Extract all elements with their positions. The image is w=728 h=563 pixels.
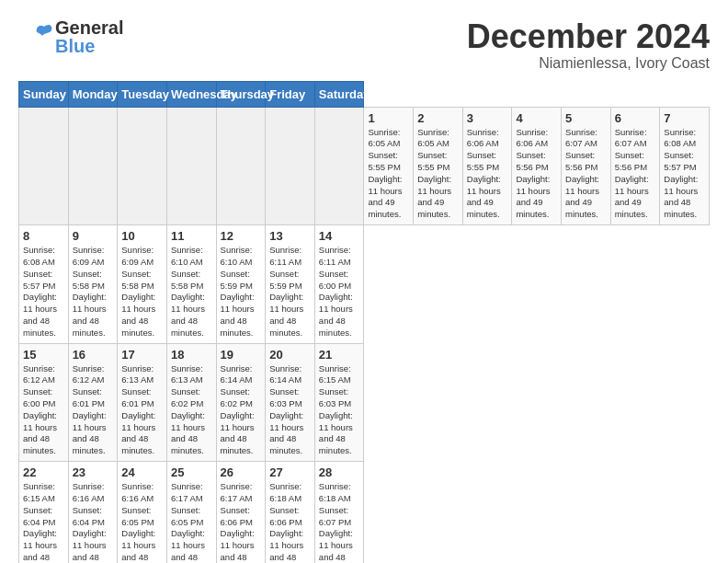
month-title: December 2024 bbox=[467, 18, 710, 55]
calendar-day-21: 21Sunrise: 6:15 AMSunset: 6:03 PMDayligh… bbox=[314, 343, 364, 462]
title-area: December 2024 Niamienlessa, Ivory Coast bbox=[467, 18, 710, 72]
calendar-week-1: 1Sunrise: 6:05 AMSunset: 5:55 PMDaylight… bbox=[19, 107, 710, 225]
calendar-day-2: 2Sunrise: 6:05 AMSunset: 5:55 PMDaylight… bbox=[414, 107, 463, 225]
calendar-day-17: 17Sunrise: 6:13 AMSunset: 6:01 PMDayligh… bbox=[118, 343, 167, 462]
calendar-day-14: 14Sunrise: 6:11 AMSunset: 6:00 PMDayligh… bbox=[314, 225, 364, 344]
calendar-day-empty bbox=[68, 107, 118, 225]
calendar-day-4: 4Sunrise: 6:06 AMSunset: 5:56 PMDaylight… bbox=[512, 107, 562, 225]
location-subtitle: Niamienlessa, Ivory Coast bbox=[467, 55, 710, 72]
calendar-day-12: 12Sunrise: 6:10 AMSunset: 5:59 PMDayligh… bbox=[216, 225, 266, 344]
weekday-header-tuesday: Tuesday bbox=[118, 81, 167, 107]
calendar-day-empty bbox=[166, 107, 216, 225]
weekday-header-row: SundayMondayTuesdayWednesdayThursdayFrid… bbox=[19, 81, 710, 107]
calendar-day-3: 3Sunrise: 6:06 AMSunset: 5:55 PMDaylight… bbox=[462, 107, 512, 225]
calendar-day-11: 11Sunrise: 6:10 AMSunset: 5:58 PMDayligh… bbox=[166, 225, 216, 344]
calendar-day-empty bbox=[19, 107, 69, 225]
calendar-day-13: 13Sunrise: 6:11 AMSunset: 5:59 PMDayligh… bbox=[266, 225, 315, 344]
calendar-week-3: 15Sunrise: 6:12 AMSunset: 6:00 PMDayligh… bbox=[19, 343, 710, 462]
calendar-day-18: 18Sunrise: 6:13 AMSunset: 6:02 PMDayligh… bbox=[166, 343, 216, 462]
calendar-day-empty bbox=[314, 107, 364, 225]
calendar-day-22: 22Sunrise: 6:15 AMSunset: 6:04 PMDayligh… bbox=[19, 462, 69, 563]
weekday-header-friday: Friday bbox=[266, 81, 315, 107]
calendar-day-16: 16Sunrise: 6:12 AMSunset: 6:01 PMDayligh… bbox=[68, 343, 118, 462]
calendar-day-27: 27Sunrise: 6:18 AMSunset: 6:06 PMDayligh… bbox=[266, 462, 315, 563]
calendar-day-1: 1Sunrise: 6:05 AMSunset: 5:55 PMDaylight… bbox=[364, 107, 414, 225]
calendar-day-24: 24Sunrise: 6:16 AMSunset: 6:05 PMDayligh… bbox=[118, 462, 167, 563]
weekday-header-thursday: Thursday bbox=[216, 81, 266, 107]
logo-blue: Blue bbox=[55, 37, 123, 55]
calendar-day-7: 7Sunrise: 6:08 AMSunset: 5:57 PMDaylight… bbox=[660, 107, 710, 225]
calendar-day-8: 8Sunrise: 6:08 AMSunset: 5:57 PMDaylight… bbox=[19, 225, 69, 344]
calendar-day-19: 19Sunrise: 6:14 AMSunset: 6:02 PMDayligh… bbox=[216, 343, 266, 462]
calendar-day-5: 5Sunrise: 6:07 AMSunset: 5:56 PMDaylight… bbox=[562, 107, 611, 225]
calendar-day-9: 9Sunrise: 6:09 AMSunset: 5:58 PMDaylight… bbox=[68, 225, 118, 344]
calendar-day-25: 25Sunrise: 6:17 AMSunset: 6:05 PMDayligh… bbox=[166, 462, 216, 563]
logo-icon bbox=[18, 19, 53, 54]
calendar-day-empty bbox=[266, 107, 315, 225]
calendar-day-23: 23Sunrise: 6:16 AMSunset: 6:04 PMDayligh… bbox=[68, 462, 118, 563]
weekday-header-saturday: Saturday bbox=[314, 81, 364, 107]
page-header: General Blue December 2024 Niamienlessa,… bbox=[18, 18, 710, 72]
calendar-day-15: 15Sunrise: 6:12 AMSunset: 6:00 PMDayligh… bbox=[19, 343, 69, 462]
weekday-header-sunday: Sunday bbox=[19, 81, 69, 107]
calendar-week-4: 22Sunrise: 6:15 AMSunset: 6:04 PMDayligh… bbox=[19, 462, 710, 563]
logo-general: General bbox=[55, 18, 123, 37]
calendar-week-2: 8Sunrise: 6:08 AMSunset: 5:57 PMDaylight… bbox=[19, 225, 710, 344]
calendar-day-26: 26Sunrise: 6:17 AMSunset: 6:06 PMDayligh… bbox=[216, 462, 266, 563]
weekday-header-wednesday: Wednesday bbox=[166, 81, 216, 107]
calendar-day-10: 10Sunrise: 6:09 AMSunset: 5:58 PMDayligh… bbox=[118, 225, 167, 344]
calendar-day-6: 6Sunrise: 6:07 AMSunset: 5:56 PMDaylight… bbox=[610, 107, 660, 225]
calendar-day-empty bbox=[216, 107, 266, 225]
weekday-header-monday: Monday bbox=[68, 81, 118, 107]
calendar-day-28: 28Sunrise: 6:18 AMSunset: 6:07 PMDayligh… bbox=[314, 462, 364, 563]
logo: General Blue bbox=[18, 18, 123, 55]
calendar-table: SundayMondayTuesdayWednesdayThursdayFrid… bbox=[18, 81, 710, 563]
calendar-day-20: 20Sunrise: 6:14 AMSunset: 6:03 PMDayligh… bbox=[266, 343, 315, 462]
calendar-day-empty bbox=[118, 107, 167, 225]
